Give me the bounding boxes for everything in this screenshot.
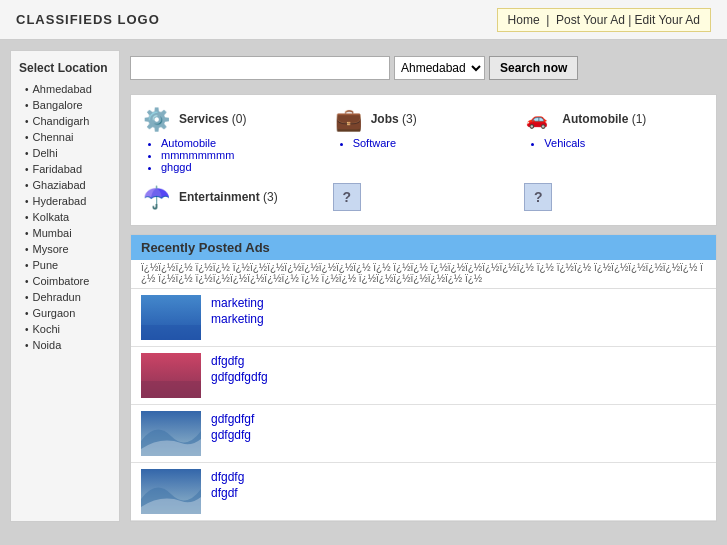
- sidebar-item[interactable]: Hyderabad: [19, 193, 111, 209]
- ad-thumbnail: [141, 411, 201, 456]
- category-placeholder-3: ?: [524, 183, 706, 215]
- ad-text[interactable]: marketing marketing: [211, 295, 264, 327]
- ads-list: marketing marketing dfgdfg gdfgdfgdfg: [131, 289, 716, 521]
- category-services: ⚙️ Services (0) Automobile mmmmmmmm ghgg…: [141, 105, 323, 173]
- svg-text:💼: 💼: [335, 106, 363, 133]
- ad-subtitle[interactable]: dfgdf: [211, 485, 244, 501]
- search-input[interactable]: [130, 56, 390, 80]
- home-link[interactable]: Home: [508, 13, 540, 27]
- jobs-icon: 💼: [333, 105, 365, 133]
- ad-text[interactable]: dfgdfg gdfgdfgdfg: [211, 353, 268, 385]
- category-placeholder-2: ?: [333, 183, 515, 215]
- automobile-icon: 🚗: [524, 105, 556, 133]
- sidebar-item[interactable]: Ghaziabad: [19, 177, 111, 193]
- sidebar-item[interactable]: Kochi: [19, 321, 111, 337]
- recently-posted-subheader: ï¿½ï¿½ï¿½ ï¿½ï¿½ ï¿½ï¿½ï¿½ï¿½ï¿½ï¿½ï¿½ï¿…: [131, 260, 716, 289]
- placeholder3-icon: ?: [524, 183, 552, 211]
- auto-subcategories: Vehicals: [524, 137, 706, 149]
- content: AhmedabadBangaloreChandigarhChennaiDelhi…: [130, 50, 717, 522]
- svg-rect-5: [141, 325, 201, 340]
- svg-rect-7: [141, 381, 201, 398]
- entertainment-icon: ☂️: [141, 183, 173, 211]
- ad-item: dfgdfg dfgdf: [131, 463, 716, 521]
- sub-ghggd[interactable]: ghggd: [161, 161, 323, 173]
- sidebar-item[interactable]: Pune: [19, 257, 111, 273]
- sidebar-item[interactable]: Ahmedabad: [19, 81, 111, 97]
- logo: CLASSIFIEDS LOGO: [16, 12, 160, 27]
- sidebar-item[interactable]: Kolkata: [19, 209, 111, 225]
- ad-item: marketing marketing: [131, 289, 716, 347]
- ad-title[interactable]: dfgdfg: [211, 353, 268, 369]
- category-entertainment: ☂️ Entertainment (3): [141, 183, 323, 215]
- sidebar-item[interactable]: Mysore: [19, 241, 111, 257]
- categories-grid: ⚙️ Services (0) Automobile mmmmmmmm ghgg…: [141, 105, 706, 215]
- sidebar-items: AhmedabadBangaloreChandigarhChennaiDelhi…: [19, 81, 111, 353]
- main-layout: Select Location AhmedabadBangaloreChandi…: [0, 40, 727, 532]
- jobs-subcategories: Software: [333, 137, 515, 149]
- nav-sep1: |: [543, 13, 556, 27]
- ad-text[interactable]: dfgdfg dfgdf: [211, 469, 244, 501]
- sidebar-title: Select Location: [19, 61, 111, 75]
- ad-title[interactable]: gdfgdfgf: [211, 411, 254, 427]
- search-bar: AhmedabadBangaloreChandigarhChennaiDelhi…: [130, 50, 717, 86]
- location-select[interactable]: AhmedabadBangaloreChandigarhChennaiDelhi…: [394, 56, 485, 80]
- svg-text:⚙️: ⚙️: [143, 106, 171, 133]
- category-jobs: 💼 Jobs (3) Software: [333, 105, 515, 173]
- sidebar-item[interactable]: Bangalore: [19, 97, 111, 113]
- category-automobile: 🚗 Automobile (1) Vehicals: [524, 105, 706, 173]
- search-button[interactable]: Search now: [489, 56, 578, 80]
- ad-title[interactable]: dfgdfg: [211, 469, 244, 485]
- entertainment-label[interactable]: Entertainment (3): [179, 190, 278, 204]
- ad-subtitle[interactable]: gdfgdfg: [211, 427, 254, 443]
- svg-text:🚗: 🚗: [526, 108, 548, 130]
- services-subcategories: Automobile mmmmmmmm ghggd: [141, 137, 323, 173]
- recently-posted: Recently Posted Ads ï¿½ï¿½ï¿½ ï¿½ï¿½ ï¿½…: [130, 234, 717, 522]
- sidebar-item[interactable]: Chandigarh: [19, 113, 111, 129]
- automobile-label[interactable]: Automobile (1): [562, 112, 646, 126]
- sub-automobile[interactable]: Automobile: [161, 137, 323, 149]
- recently-posted-header: Recently Posted Ads: [131, 235, 716, 260]
- sidebar-item[interactable]: Delhi: [19, 145, 111, 161]
- ad-thumbnail: [141, 295, 201, 340]
- ad-title[interactable]: marketing: [211, 295, 264, 311]
- sidebar-item[interactable]: Gurgaon: [19, 305, 111, 321]
- sidebar-item[interactable]: Coimbatore: [19, 273, 111, 289]
- sidebar: Select Location AhmedabadBangaloreChandi…: [10, 50, 120, 522]
- sub-mmm[interactable]: mmmmmmmm: [161, 149, 323, 161]
- categories-box: ⚙️ Services (0) Automobile mmmmmmmm ghgg…: [130, 94, 717, 226]
- placeholder2-icon: ?: [333, 183, 361, 211]
- ad-item: dfgdfg gdfgdfgdfg: [131, 347, 716, 405]
- sidebar-item[interactable]: Noida: [19, 337, 111, 353]
- jobs-label[interactable]: Jobs (3): [371, 112, 417, 126]
- sidebar-item[interactable]: Dehradun: [19, 289, 111, 305]
- edit-ad-link[interactable]: Edit Your Ad: [635, 13, 700, 27]
- sidebar-item[interactable]: Mumbai: [19, 225, 111, 241]
- services-label[interactable]: Services (0): [179, 112, 246, 126]
- header: CLASSIFIEDS LOGO Home | Post Your Ad | E…: [0, 0, 727, 40]
- ad-subtitle[interactable]: gdfgdfgdfg: [211, 369, 268, 385]
- ad-item: gdfgdfgf gdfgdfg: [131, 405, 716, 463]
- svg-text:☂️: ☂️: [143, 184, 171, 211]
- sub-software[interactable]: Software: [353, 137, 515, 149]
- sub-vehicals[interactable]: Vehicals: [544, 137, 706, 149]
- services-icon: ⚙️: [141, 105, 173, 133]
- ad-thumbnail: [141, 469, 201, 514]
- sidebar-item[interactable]: Faridabad: [19, 161, 111, 177]
- sidebar-item[interactable]: Chennai: [19, 129, 111, 145]
- post-ad-link[interactable]: Post Your Ad: [556, 13, 625, 27]
- ad-text[interactable]: gdfgdfgf gdfgdfg: [211, 411, 254, 443]
- header-nav: Home | Post Your Ad | Edit Your Ad: [497, 8, 711, 32]
- ad-subtitle[interactable]: marketing: [211, 311, 264, 327]
- ad-thumbnail: [141, 353, 201, 398]
